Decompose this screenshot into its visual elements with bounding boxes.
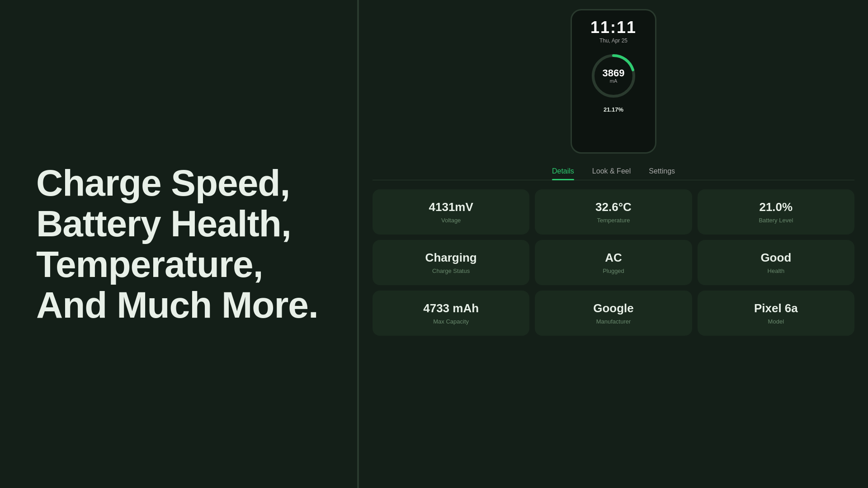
- info-grid: 4131mV Voltage 32.6°C Temperature 21.0% …: [373, 189, 854, 336]
- max-capacity-value: 4733 mAh: [423, 301, 479, 315]
- info-card-battery-level: 21.0% Battery Level: [698, 189, 854, 235]
- model-value: Pixel 6a: [754, 301, 798, 315]
- info-card-charge-status: Charging Charge Status: [373, 240, 529, 285]
- right-panel: 11:11 Thu, Apr 25 3869 mA 21.17% Details…: [359, 0, 868, 488]
- max-capacity-label: Max Capacity: [433, 318, 469, 325]
- manufacturer-value: Google: [593, 301, 634, 315]
- manufacturer-label: Manufacturer: [596, 318, 631, 325]
- phone-percent: 21.17%: [604, 106, 623, 113]
- plugged-value: AC: [605, 251, 622, 265]
- tab-settings[interactable]: Settings: [649, 167, 675, 180]
- info-card-health: Good Health: [698, 240, 854, 285]
- battery-level-value: 21.0%: [759, 200, 793, 214]
- gauge-unit: mA: [603, 78, 625, 84]
- info-card-model: Pixel 6a Model: [698, 291, 854, 336]
- temperature-value: 32.6°C: [595, 200, 632, 214]
- phone-mockup: 11:11 Thu, Apr 25 3869 mA 21.17%: [571, 9, 656, 154]
- plugged-label: Plugged: [603, 267, 624, 274]
- info-card-manufacturer: Google Manufacturer: [535, 291, 692, 336]
- tab-details[interactable]: Details: [552, 167, 574, 180]
- charge-status-value: Charging: [425, 251, 477, 265]
- voltage-value: 4131mV: [429, 200, 473, 214]
- info-card-voltage: 4131mV Voltage: [373, 189, 529, 235]
- temperature-label: Temperature: [597, 217, 630, 224]
- health-value: Good: [760, 251, 791, 265]
- info-card-temperature: 32.6°C Temperature: [535, 189, 692, 235]
- phone-date: Thu, Apr 25: [599, 38, 627, 44]
- phone-time: 11:11: [590, 19, 637, 36]
- gauge-inner: 3869 mA: [603, 68, 625, 84]
- hero-text: Charge Speed,Battery Health,Temperature,…: [36, 163, 318, 326]
- left-panel: Charge Speed,Battery Health,Temperature,…: [0, 0, 357, 488]
- gauge-value: 3869: [603, 68, 625, 78]
- voltage-label: Voltage: [441, 217, 461, 224]
- health-label: Health: [768, 267, 785, 274]
- info-card-plugged: AC Plugged: [535, 240, 692, 285]
- charge-status-label: Charge Status: [432, 267, 470, 274]
- model-label: Model: [768, 318, 784, 325]
- battery-level-label: Battery Level: [759, 217, 793, 224]
- info-card-max-capacity: 4733 mAh Max Capacity: [373, 291, 529, 336]
- tab-look-and-feel[interactable]: Look & Feel: [592, 167, 631, 180]
- battery-gauge: 3869 mA: [589, 51, 638, 101]
- tabs-container: Details Look & Feel Settings: [373, 167, 854, 180]
